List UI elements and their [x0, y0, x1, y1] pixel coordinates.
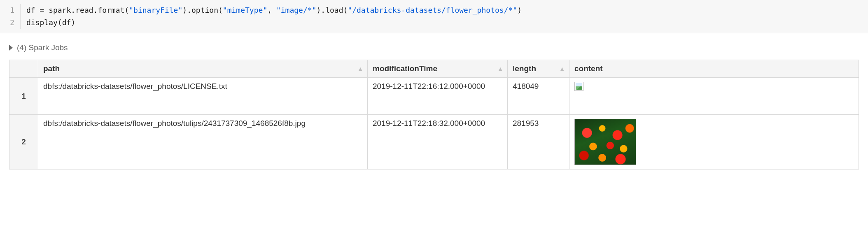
code-string: "/databricks-datasets/flower_photos/*": [348, 6, 517, 14]
code-token: ): [517, 6, 522, 14]
cell-content: [569, 115, 859, 169]
cell-length: 418049: [508, 78, 569, 115]
code-token: display(df): [26, 18, 75, 27]
code-editor[interactable]: df = spark.read.format("binaryFile").opt…: [21, 4, 868, 29]
cell-path: dbfs:/databricks-datasets/flower_photos/…: [38, 115, 368, 169]
spark-jobs-toggle[interactable]: (4) Spark Jobs: [9, 39, 859, 60]
cell-output: (4) Spark Jobs path ▲ modificationTime ▲…: [0, 33, 868, 174]
col-header-length[interactable]: length ▲: [508, 60, 569, 78]
code-string: "mimeType": [223, 6, 267, 14]
cell-length: 281953: [508, 115, 569, 169]
code-token: ).load(: [316, 6, 348, 14]
code-token: ).option(: [182, 6, 223, 14]
cell-path: dbfs:/databricks-datasets/flower_photos/…: [38, 78, 368, 115]
col-header-content[interactable]: content: [569, 60, 859, 78]
row-number: 1: [9, 78, 38, 115]
col-label: path: [43, 64, 60, 73]
code-token: df = spark.read.format(: [26, 6, 129, 14]
col-header-path[interactable]: path ▲: [38, 60, 368, 78]
sort-icon[interactable]: ▲: [559, 65, 565, 72]
row-number: 2: [9, 115, 38, 169]
code-string: "image/*": [276, 6, 317, 14]
triangle-right-icon: [9, 45, 13, 51]
code-string: "binaryFile": [129, 6, 182, 14]
broken-image-icon: [574, 82, 583, 91]
line-number: 2: [0, 16, 14, 29]
sort-icon[interactable]: ▲: [497, 65, 503, 72]
image-thumbnail[interactable]: [574, 119, 636, 165]
table-row[interactable]: 1 dbfs:/databricks-datasets/flower_photo…: [9, 78, 859, 115]
col-label: content: [574, 64, 603, 73]
row-number-header[interactable]: [9, 60, 38, 78]
cell-content: [569, 78, 859, 115]
table-header-row: path ▲ modificationTime ▲ length ▲ conte…: [9, 60, 859, 78]
col-label: length: [513, 64, 536, 73]
col-label: modificationTime: [373, 64, 437, 73]
code-token: ,: [267, 6, 276, 14]
result-table: path ▲ modificationTime ▲ length ▲ conte…: [9, 60, 859, 169]
code-cell[interactable]: 1 2 df = spark.read.format("binaryFile")…: [0, 0, 868, 33]
col-header-mtime[interactable]: modificationTime ▲: [368, 60, 508, 78]
spark-jobs-label: (4) Spark Jobs: [17, 43, 68, 52]
sort-icon[interactable]: ▲: [357, 65, 363, 72]
table-row[interactable]: 2 dbfs:/databricks-datasets/flower_photo…: [9, 115, 859, 169]
cell-mtime: 2019-12-11T22:16:12.000+0000: [368, 78, 508, 115]
cell-mtime: 2019-12-11T22:18:32.000+0000: [368, 115, 508, 169]
line-gutter: 1 2: [0, 4, 21, 29]
line-number: 1: [0, 4, 14, 16]
